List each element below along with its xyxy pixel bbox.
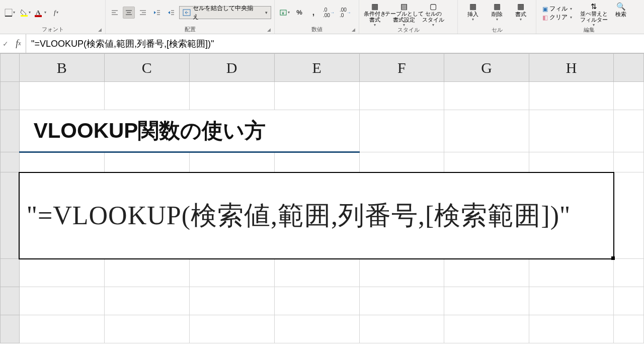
borders-button[interactable]: ▾ xyxy=(3,7,17,19)
format-as-table-label: テーブルとして 書式設定 xyxy=(385,11,424,23)
group-editing: ▣ フィル▾ ◧ クリア▾ ⇅ 並べ替えと フィルター▾ 🔍 検索 編集 xyxy=(536,0,642,34)
ribbon: ▾ ▾ A ▾ f▾ フォント ◢ xyxy=(0,0,644,34)
col-header[interactable] xyxy=(614,54,644,82)
row-6 xyxy=(1,287,644,315)
title-cell[interactable]: VLOOKUP関数の使い方 xyxy=(19,110,359,152)
font-color-button[interactable]: A ▾ xyxy=(34,7,48,19)
merge-center-button[interactable]: セルを結合して中央揃え ▾ xyxy=(179,6,271,19)
delete-label: 削除 xyxy=(492,11,503,17)
col-header[interactable]: C xyxy=(104,54,189,82)
insert-label: 挿入 xyxy=(467,11,478,17)
fx-icon[interactable]: fx xyxy=(11,34,26,53)
row-7 xyxy=(1,315,644,343)
insert-icon: ▦ xyxy=(469,2,476,11)
format-label: 書式 xyxy=(515,11,526,17)
formula-confirm-icon[interactable]: ✓ xyxy=(0,34,11,53)
formula-display-cell[interactable]: "=VLOOKUP(検索値,範囲,列番号,[検索範囲])" xyxy=(19,172,614,259)
row-4: "=VLOOKUP(検索値,範囲,列番号,[検索範囲])" xyxy=(1,172,644,259)
group-font-label: フォント xyxy=(42,26,64,33)
row-5 xyxy=(1,259,644,287)
cell-styles-label: セルの スタイル xyxy=(422,11,444,23)
fill-icon: ▣ xyxy=(542,6,548,13)
increase-indent-button[interactable] xyxy=(165,7,177,19)
merge-center-label: セルを結合して中央揃え xyxy=(193,4,257,21)
fill-color-button[interactable]: ▾ xyxy=(19,7,32,19)
eraser-icon: ◧ xyxy=(542,14,548,21)
delete-icon: ▦ xyxy=(494,2,501,11)
align-center-button[interactable] xyxy=(123,7,135,19)
format-as-table-button[interactable]: ▤ テーブルとして 書式設定 ▾ xyxy=(387,1,421,25)
group-cells-label: セル xyxy=(492,26,503,34)
clear-button[interactable]: ◧ クリア▾ xyxy=(542,14,572,21)
col-header[interactable]: B xyxy=(19,54,104,82)
col-header[interactable]: F xyxy=(359,54,444,82)
phonetic-button[interactable]: f▾ xyxy=(50,7,62,19)
sort-filter-label: 並べ替えと フィルター xyxy=(580,11,608,23)
svg-rect-0 xyxy=(5,9,12,16)
conditional-format-icon: ▦ xyxy=(371,2,378,11)
svg-rect-3 xyxy=(35,15,42,17)
group-number: ¥ ▾ % , .0.00→ .00.0→ 数値 ◢ xyxy=(275,0,359,34)
group-font: ▾ ▾ A ▾ f▾ フォント ◢ xyxy=(0,0,106,34)
comma-button[interactable]: , xyxy=(307,7,319,19)
cell-styles-button[interactable]: ▢ セルの スタイル ▾ xyxy=(421,1,446,25)
percent-button[interactable]: % xyxy=(293,7,305,19)
group-cells: ▦ 挿入▾ ▦ 削除▾ ▦ 書式▾ セル xyxy=(458,0,536,34)
font-launcher-icon[interactable]: ◢ xyxy=(98,27,104,33)
col-header[interactable]: H xyxy=(529,54,614,82)
svg-text:¥: ¥ xyxy=(281,11,285,16)
find-label: 検索 xyxy=(615,11,626,17)
row-3 xyxy=(1,152,644,172)
find-button[interactable]: 🔍 検索 xyxy=(612,1,629,25)
formula-input[interactable] xyxy=(26,34,644,53)
grid: B C D E F G H VLOOKUP関数の使い方 "=VLOOKUP(検索… xyxy=(0,53,644,343)
sort-filter-icon: ⇅ xyxy=(591,2,597,11)
group-styles: ▦ 条件付き 書式 ▾ ▤ テーブルとして 書式設定 ▾ ▢ セルの スタイル … xyxy=(359,0,458,34)
formula-bar: ✓ fx xyxy=(0,34,644,53)
alignment-launcher-icon[interactable]: ◢ xyxy=(267,27,273,33)
increase-decimal-button[interactable]: .0.00→ xyxy=(321,7,336,19)
column-header-row: B C D E F G H xyxy=(1,54,644,82)
row-2: VLOOKUP関数の使い方 xyxy=(1,110,644,152)
clear-label: クリア xyxy=(549,14,568,21)
group-styles-label: スタイル xyxy=(397,26,420,34)
delete-button[interactable]: ▦ 削除▾ xyxy=(485,1,509,25)
decrease-decimal-button[interactable]: .00.0→ xyxy=(338,7,353,19)
group-alignment: セルを結合して中央揃え ▾ 配置 ◢ xyxy=(106,0,275,34)
group-alignment-label: 配置 xyxy=(185,26,196,33)
format-icon: ▦ xyxy=(517,2,524,11)
merge-icon xyxy=(183,9,191,16)
worksheet[interactable]: B C D E F G H VLOOKUP関数の使い方 "=VLOOKUP(検索… xyxy=(0,53,644,362)
find-icon: 🔍 xyxy=(616,2,626,11)
align-right-button[interactable] xyxy=(137,7,149,19)
sort-filter-button[interactable]: ⇅ 並べ替えと フィルター▾ xyxy=(579,1,608,25)
fill-label: フィル xyxy=(549,5,568,13)
fill-button[interactable]: ▣ フィル▾ xyxy=(542,5,572,13)
format-button[interactable]: ▦ 書式▾ xyxy=(509,1,533,25)
align-left-button[interactable] xyxy=(109,7,121,19)
table-icon: ▤ xyxy=(400,2,408,11)
col-header[interactable]: D xyxy=(189,54,274,82)
group-editing-label: 編集 xyxy=(584,26,595,34)
svg-rect-2 xyxy=(21,15,28,17)
decrease-indent-button[interactable] xyxy=(151,7,163,19)
cell-styles-icon: ▢ xyxy=(430,2,437,11)
number-launcher-icon[interactable]: ◢ xyxy=(352,27,358,33)
col-header[interactable]: E xyxy=(274,54,359,82)
col-header[interactable]: G xyxy=(444,54,529,82)
row-1 xyxy=(1,82,644,110)
insert-button[interactable]: ▦ 挿入▾ xyxy=(461,1,485,25)
group-number-label: 数値 xyxy=(311,26,323,33)
select-all-corner[interactable] xyxy=(1,54,20,82)
conditional-format-label: 条件付き 書式 xyxy=(364,11,386,23)
currency-button[interactable]: ¥ ▾ xyxy=(278,7,291,19)
conditional-format-button[interactable]: ▦ 条件付き 書式 ▾ xyxy=(362,1,387,25)
